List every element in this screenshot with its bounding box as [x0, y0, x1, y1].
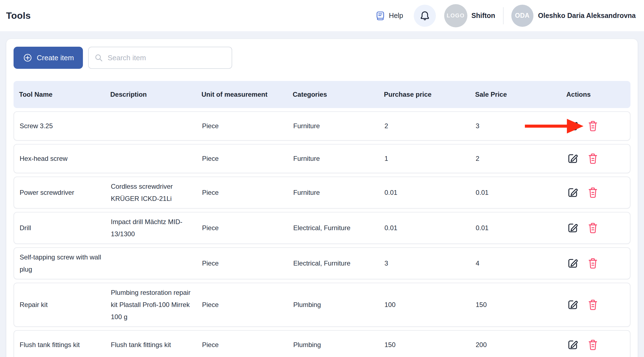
- company-name: Shifton: [472, 12, 495, 20]
- table-row: Hex-head screw Piece Furniture 1 2: [14, 144, 630, 173]
- header-divider: [503, 7, 504, 24]
- cell-purchase-price: 0.01: [384, 187, 476, 199]
- cell-actions: [567, 187, 624, 198]
- cell-actions: [567, 258, 624, 269]
- bell-icon: [419, 10, 430, 21]
- cell-tool-name: Repair kit: [20, 299, 111, 311]
- cell-tool-name: Power screwdriver: [20, 187, 111, 199]
- column-header-purchase: Purchase price: [384, 91, 475, 98]
- edit-button[interactable]: [567, 222, 578, 234]
- column-header-categories: Categories: [293, 91, 384, 98]
- delete-button[interactable]: [588, 258, 598, 269]
- table-body: Screw 3.25 Piece Furniture 2 3: [14, 111, 630, 357]
- plus-circle-icon: [23, 53, 33, 63]
- cell-actions: [567, 153, 624, 164]
- cell-purchase-price: 3: [384, 257, 476, 269]
- edit-button[interactable]: [567, 258, 578, 269]
- cell-purchase-price: 100: [384, 299, 476, 311]
- cell-description: Impact drill Mächtz MID-13/1300: [111, 216, 202, 240]
- trash-icon: [588, 258, 598, 269]
- cell-unit: Piece: [202, 120, 293, 132]
- trash-icon: [588, 339, 598, 351]
- cell-unit: Piece: [202, 299, 293, 311]
- cell-tool-name: Self-tapping screw with wall plug: [20, 251, 111, 275]
- help-button[interactable]: Help: [375, 11, 403, 21]
- cell-sale-price: 3: [476, 120, 567, 132]
- cell-purchase-price: 2: [384, 120, 476, 132]
- cell-sale-price: 200: [476, 339, 567, 351]
- trash-icon: [588, 222, 598, 234]
- company-menu[interactable]: LOGO Shifton: [444, 4, 495, 27]
- company-logo-avatar: LOGO: [444, 4, 467, 27]
- delete-button[interactable]: [588, 120, 598, 132]
- cell-categories: Electrical, Furniture: [293, 257, 384, 269]
- company-logo-text: LOGO: [447, 12, 465, 19]
- cell-categories: Plumbing: [293, 339, 384, 351]
- edit-pencil-icon: [567, 222, 578, 234]
- search-input[interactable]: [108, 47, 226, 68]
- cell-sale-price: 0.01: [476, 222, 567, 234]
- app-header: Tools Help LOGO Shifton ODA: [0, 0, 644, 31]
- delete-button[interactable]: [588, 222, 598, 234]
- toolbar: Create item: [14, 47, 630, 69]
- edit-pencil-icon: [567, 120, 578, 132]
- cell-sale-price: 2: [476, 153, 567, 165]
- edit-pencil-icon: [567, 339, 578, 351]
- column-header-unit: Unit of measurement: [201, 91, 293, 98]
- trash-icon: [588, 153, 598, 164]
- column-header-tool-name: Tool Name: [19, 91, 110, 98]
- cell-unit: Piece: [202, 339, 293, 351]
- cell-purchase-price: 0.01: [384, 222, 476, 234]
- cell-tool-name: Flush tank fittings kit: [20, 339, 111, 351]
- topbar-right: Help LOGO Shifton ODA Oleshko Daria Alek…: [375, 4, 636, 27]
- cell-actions: [567, 222, 624, 234]
- cell-unit: Piece: [202, 187, 293, 199]
- delete-button[interactable]: [588, 187, 598, 198]
- cell-description: Flush tank fittings kit: [111, 339, 202, 351]
- cell-purchase-price: 1: [384, 153, 476, 165]
- cell-categories: Electrical, Furniture: [293, 222, 384, 234]
- edit-button[interactable]: [567, 153, 578, 164]
- delete-button[interactable]: [588, 339, 598, 351]
- edit-button[interactable]: [567, 299, 578, 311]
- notifications-button[interactable]: [414, 5, 436, 27]
- user-avatar: ODA: [511, 5, 533, 27]
- cell-tool-name: Screw 3.25: [20, 120, 111, 132]
- search-box: [88, 47, 232, 69]
- main-content: Create item Tool Name Description Unit o…: [0, 39, 644, 357]
- cell-categories: Furniture: [293, 120, 384, 132]
- cell-description: Cordless screwdriver KRÜGER ICKD-21Li: [111, 180, 202, 205]
- delete-button[interactable]: [588, 299, 598, 311]
- edit-pencil-icon: [567, 153, 578, 164]
- cell-categories: Furniture: [293, 153, 384, 165]
- tools-panel: Create item Tool Name Description Unit o…: [6, 39, 638, 357]
- edit-button[interactable]: [567, 339, 578, 351]
- cell-actions: [567, 299, 624, 311]
- cell-unit: Piece: [202, 222, 293, 234]
- cell-description: Plumbing restoration repair kit Plastall…: [111, 287, 202, 323]
- column-header-description: Description: [110, 91, 201, 98]
- cell-purchase-price: 150: [384, 339, 476, 351]
- cell-categories: Plumbing: [293, 299, 384, 311]
- table-row: Flush tank fittings kit Flush tank fitti…: [14, 330, 630, 357]
- cell-unit: Piece: [202, 153, 293, 165]
- edit-button[interactable]: [567, 187, 578, 198]
- user-menu[interactable]: ODA Oleshko Daria Aleksandrovna: [511, 5, 636, 27]
- delete-button[interactable]: [588, 153, 598, 164]
- table-row: Drill Impact drill Mächtz MID-13/1300 Pi…: [14, 212, 630, 244]
- trash-icon: [588, 187, 598, 198]
- search-icon: [94, 53, 103, 62]
- trash-icon: [588, 120, 598, 132]
- cell-sale-price: 150: [476, 299, 567, 311]
- help-icon: [375, 11, 385, 21]
- help-label: Help: [389, 12, 403, 20]
- trash-icon: [588, 299, 598, 311]
- column-header-sale: Sale Price: [475, 91, 566, 98]
- cell-tool-name: Drill: [20, 222, 111, 234]
- cell-unit: Piece: [202, 257, 293, 269]
- cell-actions: [567, 339, 624, 351]
- create-item-button[interactable]: Create item: [14, 47, 83, 69]
- create-item-label: Create item: [37, 54, 74, 62]
- edit-pencil-icon: [567, 187, 578, 198]
- edit-button[interactable]: [567, 120, 578, 132]
